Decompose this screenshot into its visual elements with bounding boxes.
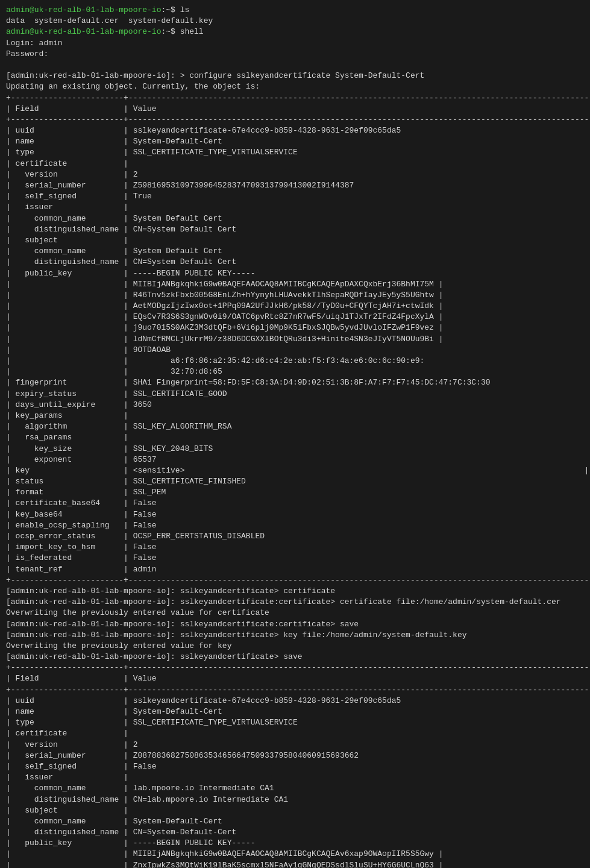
prompt-line-2: admin@uk-red-alb-01-lab-mpoore-io:~$ she… xyxy=(6,27,204,36)
output-updating: Updating an existing object. Currently, … xyxy=(6,82,260,91)
output-configure-cmd: [admin:uk-red-alb-01-lab-mpoore-io]: > c… xyxy=(6,71,424,80)
output-password: Password: xyxy=(6,49,48,58)
output-ls: data system-default.cer system-default.k… xyxy=(6,16,213,25)
output-login: Login: admin xyxy=(6,39,63,48)
output-save-cmd: [admin:uk-red-alb-01-lab-mpoore-io]: ssl… xyxy=(6,652,302,661)
output-overwrite-key: Overwriting the previously entered value… xyxy=(6,641,231,650)
output-key-cmd: [admin:uk-red-alb-01-lab-mpoore-io]: ssl… xyxy=(6,631,467,640)
terminal-output: admin@uk-red-alb-01-lab-mpoore-io:~$ ls … xyxy=(6,5,584,868)
output-cert-save-cmd: [admin:uk-red-alb-01-lab-mpoore-io]: ssl… xyxy=(6,620,359,629)
prompt-line-1: admin@uk-red-alb-01-lab-mpoore-io:~$ ls xyxy=(6,5,189,14)
output-cert-file-cmd: [admin:uk-red-alb-01-lab-mpoore-io]: ssl… xyxy=(6,597,561,606)
output-overwrite-cert: Overwriting the previously entered value… xyxy=(6,608,269,617)
output-cert-cmd: [admin:uk-red-alb-01-lab-mpoore-io]: ssl… xyxy=(6,587,335,596)
